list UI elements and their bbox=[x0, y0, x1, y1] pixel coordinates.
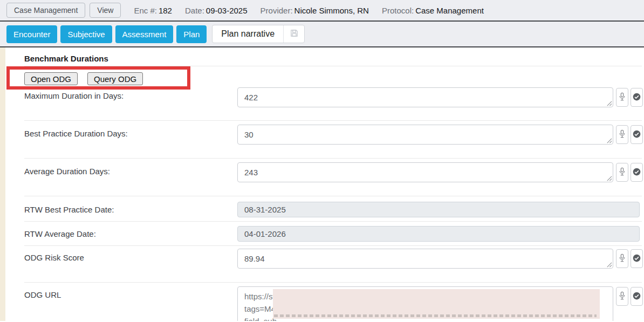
average-duration-value: 243 bbox=[244, 168, 258, 177]
microphone-icon bbox=[619, 291, 626, 302]
check-circle-icon bbox=[633, 254, 641, 264]
average-duration-label: Average Duration Days: bbox=[24, 167, 110, 176]
row-divider bbox=[24, 158, 642, 159]
confirm-button-odg-risk-score[interactable] bbox=[631, 249, 643, 268]
odg-risk-score-label: ODG Risk Score bbox=[24, 253, 84, 262]
tab-plan[interactable]: Plan bbox=[176, 25, 207, 43]
row-divider bbox=[24, 245, 642, 246]
check-circle-icon bbox=[633, 292, 641, 302]
max-duration-value: 422 bbox=[244, 93, 258, 102]
plan-narrative-group: Plan narrative bbox=[212, 25, 305, 43]
row-divider bbox=[24, 196, 642, 196]
microphone-icon bbox=[619, 129, 626, 140]
best-practice-duration-label: Best Practice Duration Days: bbox=[24, 129, 128, 138]
encounter-date-field: Date:09-03-2025 bbox=[185, 6, 248, 15]
redaction-overlay bbox=[273, 289, 600, 319]
protocol-label: Protocol: bbox=[382, 6, 414, 15]
microphone-icon bbox=[619, 167, 626, 178]
query-odg-button[interactable]: Query ODG bbox=[87, 72, 143, 85]
date-value: 09-03-2025 bbox=[206, 6, 248, 15]
confirm-button-best-practice[interactable] bbox=[631, 125, 643, 144]
rtw-average-date-label: RTW Average Date: bbox=[24, 229, 96, 238]
section-toolbar: Encounter Subjective Assessment Plan Pla… bbox=[0, 22, 644, 47]
encounter-header-bar: Case Management View Enc #:182 Date:09-0… bbox=[0, 0, 644, 22]
microphone-button-odg-risk-score[interactable] bbox=[616, 249, 628, 268]
rtw-best-practice-date-input: 08-31-2025 bbox=[237, 202, 640, 217]
microphone-button-average-duration[interactable] bbox=[616, 163, 628, 182]
confirm-button-max-duration[interactable] bbox=[631, 88, 643, 107]
open-odg-button[interactable]: Open ODG bbox=[24, 72, 78, 85]
odg-url-label: ODG URL bbox=[24, 290, 61, 299]
check-circle-icon bbox=[633, 93, 641, 102]
blurred-text bbox=[274, 314, 597, 317]
check-circle-icon bbox=[633, 168, 641, 177]
row-divider bbox=[24, 120, 642, 121]
odg-risk-score-textarea[interactable]: 89.94 bbox=[237, 249, 613, 269]
row-divider bbox=[24, 221, 642, 222]
provider-field: Provider:Nicole Simmons, RN bbox=[261, 6, 369, 15]
confirm-button-odg-url[interactable] bbox=[631, 287, 643, 306]
microphone-button-best-practice[interactable] bbox=[616, 125, 628, 144]
benchmark-durations-panel: Benchmark Durations Open ODG Query ODG M… bbox=[0, 47, 644, 321]
date-label: Date: bbox=[185, 6, 204, 15]
tab-subjective[interactable]: Subjective bbox=[60, 25, 112, 43]
best-practice-duration-value: 30 bbox=[244, 130, 254, 139]
enc-number-value: 182 bbox=[159, 6, 172, 15]
save-icon bbox=[290, 29, 299, 39]
save-narrative-button[interactable] bbox=[284, 25, 304, 43]
average-duration-textarea[interactable]: 243 bbox=[237, 162, 613, 182]
protocol-value: Case Management bbox=[415, 6, 484, 15]
case-management-button[interactable]: Case Management bbox=[6, 3, 85, 18]
max-duration-textarea[interactable]: 422 bbox=[237, 87, 613, 107]
plan-narrative-button[interactable]: Plan narrative bbox=[213, 25, 283, 43]
microphone-icon bbox=[619, 254, 626, 264]
rtw-average-date-input: 04-01-2026 bbox=[237, 226, 640, 242]
view-button[interactable]: View bbox=[90, 3, 121, 18]
confirm-button-average-duration[interactable] bbox=[631, 163, 643, 182]
check-circle-icon bbox=[633, 130, 641, 140]
odg-risk-score-value: 89.94 bbox=[244, 254, 265, 263]
protocol-field: Protocol:Case Management bbox=[382, 6, 484, 15]
max-duration-label: Maximum Duration in Days: bbox=[24, 91, 124, 100]
row-divider bbox=[24, 282, 642, 283]
encounter-number-field: Enc #:182 bbox=[134, 6, 172, 15]
enc-number-label: Enc #: bbox=[134, 6, 157, 15]
microphone-button-max-duration[interactable] bbox=[616, 88, 628, 107]
best-practice-duration-textarea[interactable]: 30 bbox=[237, 125, 613, 145]
odg-url-textarea[interactable]: https://st tags=M4 field_sub bbox=[237, 286, 613, 321]
provider-label: Provider: bbox=[261, 6, 293, 15]
tab-encounter[interactable]: Encounter bbox=[6, 25, 57, 43]
microphone-button-odg-url[interactable] bbox=[616, 287, 628, 306]
left-margin-stripe bbox=[0, 47, 5, 321]
section-title: Benchmark Durations bbox=[24, 54, 108, 63]
microphone-icon bbox=[619, 92, 626, 103]
rtw-best-practice-date-label: RTW Best Practice Date: bbox=[24, 205, 114, 214]
provider-value: Nicole Simmons, RN bbox=[294, 6, 369, 15]
tab-assessment[interactable]: Assessment bbox=[115, 25, 174, 43]
